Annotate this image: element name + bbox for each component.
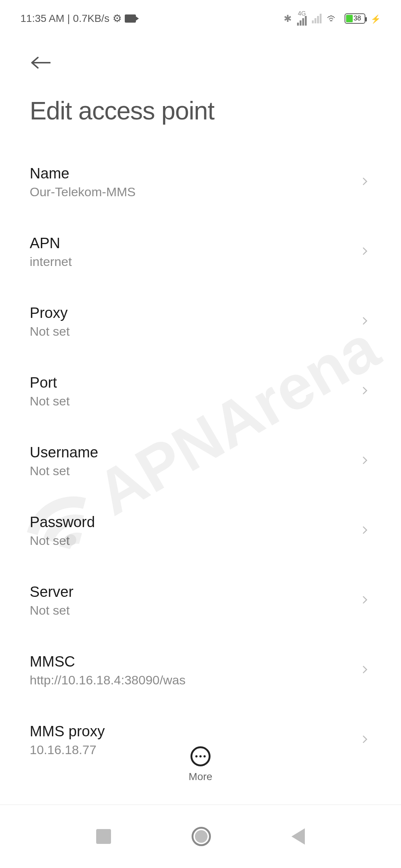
setting-label: Server bbox=[30, 583, 360, 600]
setting-row-port[interactable]: Port Not set bbox=[30, 356, 371, 426]
nav-back-button[interactable] bbox=[291, 828, 305, 845]
back-button[interactable] bbox=[30, 55, 52, 70]
more-label: More bbox=[189, 771, 212, 783]
setting-label: Password bbox=[30, 514, 360, 530]
more-icon bbox=[190, 746, 211, 766]
more-button[interactable]: More bbox=[0, 746, 401, 783]
arrow-left-icon bbox=[30, 56, 50, 69]
chevron-right-icon bbox=[360, 665, 371, 676]
setting-label: MMS proxy bbox=[30, 723, 360, 740]
settings-list: Name Our-Telekom-MMS APN internet Proxy … bbox=[0, 147, 401, 775]
setting-value: Not set bbox=[30, 464, 360, 478]
setting-row-mmsc[interactable]: MMSC http://10.16.18.4:38090/was bbox=[30, 635, 371, 705]
chevron-right-icon bbox=[360, 456, 371, 467]
camera-icon bbox=[125, 14, 136, 23]
page-title: Edit access point bbox=[0, 81, 401, 147]
chevron-right-icon bbox=[360, 386, 371, 397]
chevron-right-icon bbox=[360, 316, 371, 327]
status-right: 4G 38 bbox=[284, 11, 381, 26]
setting-value: Not set bbox=[30, 603, 360, 618]
setting-row-password[interactable]: Password Not set bbox=[30, 496, 371, 566]
chevron-right-icon bbox=[360, 734, 371, 746]
status-data-rate: 0.7KB/s bbox=[73, 13, 110, 24]
setting-row-proxy[interactable]: Proxy Not set bbox=[30, 287, 371, 356]
signal-1-icon: 4G bbox=[297, 11, 307, 26]
setting-label: MMSC bbox=[30, 653, 360, 670]
status-bar: 11:35 AM | 0.7KB/s 4G 38 bbox=[0, 0, 401, 33]
setting-label: APN bbox=[30, 235, 360, 251]
status-left: 11:35 AM | 0.7KB/s bbox=[20, 12, 136, 24]
setting-value: http://10.16.18.4:38090/was bbox=[30, 673, 360, 687]
chevron-right-icon bbox=[360, 177, 371, 188]
nav-recents-button[interactable] bbox=[96, 829, 111, 844]
setting-row-name[interactable]: Name Our-Telekom-MMS bbox=[30, 147, 371, 217]
chevron-right-icon bbox=[360, 525, 371, 536]
setting-value: Not set bbox=[30, 394, 360, 408]
settings-icon bbox=[113, 12, 122, 24]
setting-row-server[interactable]: Server Not set bbox=[30, 566, 371, 635]
setting-label: Proxy bbox=[30, 305, 360, 321]
charging-icon bbox=[371, 13, 381, 24]
setting-row-apn[interactable]: APN internet bbox=[30, 217, 371, 287]
signal-2-icon bbox=[312, 14, 322, 23]
wifi-icon bbox=[327, 11, 339, 26]
battery-icon: 38 bbox=[345, 13, 365, 24]
setting-row-username[interactable]: Username Not set bbox=[30, 426, 371, 496]
status-time: 11:35 AM bbox=[20, 13, 64, 24]
nav-home-button[interactable] bbox=[192, 827, 211, 846]
chevron-right-icon bbox=[360, 246, 371, 257]
setting-value: Our-Telekom-MMS bbox=[30, 185, 360, 199]
navigation-bar bbox=[0, 805, 401, 868]
setting-value: internet bbox=[30, 254, 360, 269]
bluetooth-icon bbox=[284, 13, 292, 24]
setting-label: Port bbox=[30, 374, 360, 391]
setting-value: Not set bbox=[30, 533, 360, 548]
chevron-right-icon bbox=[360, 595, 371, 606]
setting-label: Name bbox=[30, 165, 360, 182]
setting-label: Username bbox=[30, 444, 360, 461]
setting-value: Not set bbox=[30, 324, 360, 339]
status-separator: | bbox=[67, 13, 70, 24]
